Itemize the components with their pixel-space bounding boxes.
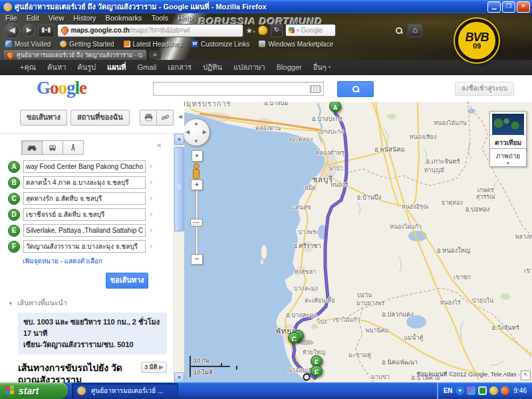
waypoint-input[interactable] bbox=[23, 160, 146, 173]
route-summary[interactable]: ชบ. 1003 และ ซอยวิหาร 110 กม., 2 ชั่วโมง… bbox=[18, 313, 167, 354]
collapse-panel-icon[interactable]: ◀ bbox=[178, 114, 182, 120]
google-nav-item[interactable]: แผนที่ bbox=[107, 61, 126, 73]
google-nav-item[interactable]: Gmail bbox=[137, 63, 156, 71]
photos-layer-button[interactable]: ภาพถ่าย ▼ bbox=[489, 148, 527, 167]
pan-right-icon[interactable]: ▶ bbox=[203, 129, 207, 135]
new-tab-button[interactable]: + bbox=[149, 51, 161, 59]
print-button[interactable] bbox=[140, 110, 157, 126]
scroll-down-icon[interactable]: ▼ bbox=[174, 372, 184, 383]
forward-button[interactable]: ▶ bbox=[23, 24, 35, 37]
waypoint-input[interactable] bbox=[23, 176, 146, 189]
bookmark-item[interactable]: MCustomize Links bbox=[192, 41, 249, 48]
pegman-streetview-control[interactable] bbox=[192, 163, 200, 179]
menu-item-bookmarks[interactable]: Bookmarks bbox=[106, 14, 142, 22]
search-engine-icon[interactable] bbox=[289, 27, 295, 33]
tab-active[interactable]: ศูนย์อาหารมอเตอร์เวย์ ถึง วัดญาณสังวรารา… bbox=[3, 49, 147, 60]
google-nav-item[interactable]: ค้นหา bbox=[47, 61, 66, 73]
link-button[interactable] bbox=[157, 110, 174, 126]
get-directions-button[interactable]: ขอเส้นทาง bbox=[106, 273, 148, 289]
sign-in-button[interactable]: ลงชื่อเข้าสู่ระบบ bbox=[455, 82, 514, 96]
remove-waypoint-icon[interactable]: × bbox=[149, 179, 153, 186]
url-bar[interactable]: maps.google.co.th/maps?hl=th&tab=wl bbox=[57, 24, 243, 37]
map-canvas[interactable]: สมุทรปราการอ.บางบ่อคลองด่านสองคลองอ.บางป… bbox=[184, 102, 532, 383]
bookmark-item[interactable]: Most Visited bbox=[5, 41, 51, 48]
menu-item-tools[interactable]: Tools bbox=[152, 14, 169, 22]
taskbar-clock[interactable]: 9:46 bbox=[514, 387, 527, 394]
google-nav-item[interactable]: +คุณ bbox=[20, 61, 36, 73]
scheduler-icon[interactable] bbox=[489, 386, 498, 395]
zoom-in-button[interactable]: + bbox=[191, 180, 203, 190]
report-problem-icon[interactable]: ↖ bbox=[521, 370, 531, 380]
update-icon[interactable] bbox=[501, 386, 509, 395]
menu-item-file[interactable]: File bbox=[5, 14, 17, 22]
bookmark-icon bbox=[5, 41, 12, 47]
add-destination-link[interactable]: เพิ่มจุดหมาย bbox=[23, 257, 59, 265]
panel-scrollbar[interactable]: ▲ ▼ bbox=[174, 134, 184, 383]
mode-walking-button[interactable] bbox=[63, 140, 84, 155]
reload-button[interactable]: ↻ bbox=[271, 24, 283, 37]
home-button[interactable]: ⌂ bbox=[408, 24, 422, 37]
get-directions-tab[interactable]: ขอเส้นทาง bbox=[20, 110, 67, 126]
search-go-icon[interactable] bbox=[396, 27, 402, 34]
search-button[interactable] bbox=[337, 81, 374, 97]
bookmark-item[interactable]: Getting Started bbox=[60, 41, 114, 48]
messenger-icon[interactable] bbox=[467, 386, 475, 395]
my-places-tab[interactable]: สถานที่ของฉัน bbox=[70, 110, 130, 126]
remove-waypoint-icon[interactable]: × bbox=[149, 195, 153, 202]
maps-search-field[interactable] bbox=[153, 82, 324, 96]
start-button[interactable]: start bbox=[0, 382, 68, 399]
taskbar-firefox-task[interactable]: ศูนย์อาหารมอเตอร์เวย์ ... bbox=[72, 383, 178, 398]
scroll-track[interactable] bbox=[174, 145, 184, 372]
bookmark-item[interactable]: Windows Marketplace bbox=[259, 41, 333, 48]
history-graph-button[interactable]: ▮▪▮ bbox=[38, 24, 55, 37]
remove-waypoint-icon[interactable]: × bbox=[149, 211, 153, 218]
bookmark-item[interactable]: Latest Headlines bbox=[124, 41, 183, 48]
menu-item-edit[interactable]: Edit bbox=[27, 14, 39, 22]
suggested-routes[interactable]: ▼เส้นทางที่แนะนำ bbox=[8, 297, 174, 309]
close-button[interactable]: ✕ bbox=[517, 1, 530, 13]
restore-button[interactable]: ❐ bbox=[502, 1, 515, 13]
pan-up-icon[interactable]: ▲ bbox=[194, 120, 199, 126]
pan-down-icon[interactable]: ▼ bbox=[194, 138, 199, 144]
search-input[interactable] bbox=[154, 85, 310, 93]
google-nav-item[interactable]: Blogger bbox=[277, 63, 302, 71]
google-nav-item[interactable]: แปลภาษา bbox=[233, 61, 265, 73]
view-3d-button[interactable]: 3 มิติ ▶ bbox=[141, 362, 167, 373]
google-nav-item[interactable]: ปฏิทิน bbox=[203, 61, 222, 73]
waypoint-input[interactable] bbox=[23, 192, 146, 205]
google-nav-item[interactable]: เอกสาร bbox=[168, 61, 192, 73]
bookmark-star-icon[interactable]: ★▾ bbox=[246, 26, 255, 35]
scroll-thumb[interactable] bbox=[174, 147, 184, 231]
waypoint-input[interactable] bbox=[23, 240, 146, 253]
remove-waypoint-icon[interactable]: × bbox=[149, 227, 153, 234]
back-button[interactable]: ◀ bbox=[4, 23, 20, 39]
network-icon[interactable] bbox=[478, 386, 487, 395]
map-marker-e[interactable]: E bbox=[311, 365, 323, 377]
map-marker-c[interactable]: C bbox=[288, 332, 300, 344]
zoom-slider-handle[interactable] bbox=[190, 219, 203, 227]
pan-left-icon[interactable]: ◀ bbox=[186, 129, 190, 135]
language-indicator[interactable]: EN bbox=[444, 387, 453, 394]
zoom-out-button[interactable]: − bbox=[191, 254, 203, 265]
language-bar-icon[interactable]: ◂ bbox=[456, 386, 464, 395]
remove-waypoint-icon[interactable]: × bbox=[149, 163, 153, 170]
mode-transit-button[interactable] bbox=[43, 140, 63, 155]
search-box[interactable]: ▾ Google bbox=[285, 24, 336, 37]
waypoint-input[interactable] bbox=[23, 208, 146, 221]
minimize-button[interactable]: ▁ bbox=[487, 1, 501, 13]
mode-driving-button[interactable] bbox=[21, 140, 43, 155]
google-nav-item[interactable]: ค้นรูป bbox=[77, 61, 96, 73]
scroll-up-icon[interactable]: ▲ bbox=[174, 134, 184, 145]
remove-waypoint-icon[interactable]: × bbox=[149, 243, 153, 250]
close-directions-icon[interactable]: × bbox=[156, 140, 162, 150]
menu-item-history[interactable]: History bbox=[73, 14, 96, 22]
google-nav-item[interactable]: อื่นๆ▾ bbox=[313, 61, 331, 73]
reset-view-button[interactable] bbox=[192, 150, 203, 162]
waypoint-input[interactable] bbox=[23, 224, 146, 237]
caret-down-icon[interactable]: ▾ bbox=[297, 28, 299, 33]
show-options-link[interactable]: แสดงตัวเลือก bbox=[65, 257, 103, 265]
menu-item-view[interactable]: View bbox=[49, 14, 65, 22]
keyboard-icon[interactable] bbox=[310, 85, 321, 93]
menu-item-help[interactable]: Help bbox=[178, 14, 193, 22]
satellite-view-button[interactable]: ดาวเทียม bbox=[489, 111, 527, 150]
